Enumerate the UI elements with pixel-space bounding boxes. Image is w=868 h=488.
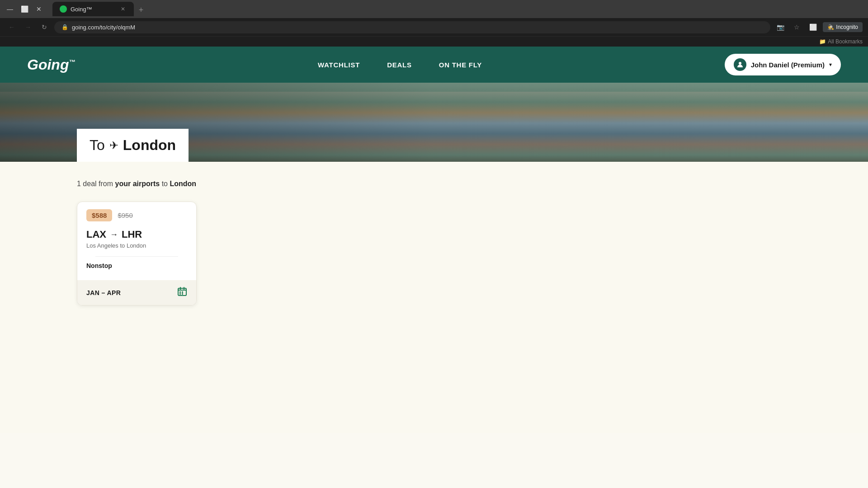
deals-nav-link[interactable]: DEALS bbox=[387, 61, 412, 69]
svg-rect-3 bbox=[182, 291, 183, 293]
new-tab-button[interactable]: + bbox=[135, 4, 147, 16]
route-subtitle: Los Angeles to London bbox=[86, 242, 187, 249]
tablet-icon[interactable]: ⬜ bbox=[807, 21, 819, 33]
bookmarks-label[interactable]: 📁 All Bookmarks bbox=[819, 38, 863, 45]
deal-card-top: $588 $950 LAX → LHR Los Angeles to Londo… bbox=[77, 202, 196, 280]
svg-point-0 bbox=[739, 62, 741, 65]
nav-links: WATCHLIST DEALS ON THE FLY bbox=[318, 61, 482, 69]
back-button[interactable]: ← bbox=[5, 21, 18, 33]
date-range-text: JAN – APR bbox=[86, 289, 121, 296]
hero-plane-icon: ✈ bbox=[109, 139, 118, 152]
price-row: $588 $950 bbox=[86, 209, 187, 221]
browser-titlebar: — ⬜ ✕ Going™ ✕ + bbox=[0, 0, 868, 18]
hero-banner: To ✈ London bbox=[0, 83, 868, 162]
incognito-badge: 🕵️ Incognito bbox=[823, 22, 863, 32]
minimize-button[interactable]: — bbox=[4, 3, 16, 15]
user-menu-button[interactable]: John Daniel (Premium) ▾ bbox=[725, 54, 841, 75]
main-content: 1 deal from your airports to London $588… bbox=[0, 162, 868, 433]
logo[interactable]: Going™ bbox=[27, 56, 75, 73]
logo-text: Going™ bbox=[27, 56, 75, 73]
user-menu-chevron-icon: ▾ bbox=[829, 61, 832, 68]
svg-rect-4 bbox=[179, 293, 181, 295]
svg-rect-5 bbox=[182, 293, 183, 295]
active-tab[interactable]: Going™ ✕ bbox=[52, 2, 134, 16]
your-airports-text: your airports bbox=[115, 180, 160, 188]
destination-text: London bbox=[170, 180, 196, 188]
nonstop-label: Nonstop bbox=[86, 262, 187, 269]
user-name: John Daniel (Premium) bbox=[751, 61, 825, 69]
tab-close-button[interactable]: ✕ bbox=[119, 5, 127, 13]
user-avatar-icon bbox=[734, 58, 746, 71]
maximize-button[interactable]: ⬜ bbox=[18, 3, 31, 15]
tab-title: Going™ bbox=[71, 6, 116, 13]
deal-price-badge: $588 bbox=[86, 209, 112, 221]
website: Going™ WATCHLIST DEALS ON THE FLY John D… bbox=[0, 47, 868, 433]
reload-button[interactable]: ↻ bbox=[38, 21, 51, 33]
omnibox-actions: 📷 ☆ ⬜ 🕵️ Incognito bbox=[774, 21, 863, 33]
route-text: LAX → LHR bbox=[86, 229, 187, 240]
bookmarks-folder-icon: 📁 bbox=[819, 38, 826, 45]
site-navigation: Going™ WATCHLIST DEALS ON THE FLY John D… bbox=[0, 47, 868, 83]
bookmarks-bar: 📁 All Bookmarks bbox=[0, 36, 868, 47]
hero-to-text: To bbox=[90, 137, 105, 154]
destination-code: LHR bbox=[122, 229, 142, 240]
svg-rect-2 bbox=[179, 291, 181, 293]
security-icon: 🔒 bbox=[61, 24, 68, 30]
close-button[interactable]: ✕ bbox=[33, 3, 45, 15]
browser-chrome: — ⬜ ✕ Going™ ✕ + ← → ↻ 🔒 going.com/to/ci… bbox=[0, 0, 868, 47]
camera-icon[interactable]: 📷 bbox=[774, 21, 787, 33]
tab-bar: Going™ ✕ + bbox=[49, 2, 151, 16]
url-text: going.com/to/city/olqmM bbox=[72, 24, 763, 31]
incognito-label: Incognito bbox=[836, 24, 858, 30]
watchlist-nav-link[interactable]: WATCHLIST bbox=[318, 61, 360, 69]
tab-favicon bbox=[60, 5, 67, 13]
route-arrow-icon: → bbox=[110, 230, 118, 239]
hero-city-name: London bbox=[123, 137, 176, 154]
star-icon[interactable]: ☆ bbox=[790, 21, 803, 33]
hero-destination-title: To ✈ London bbox=[77, 129, 189, 162]
omnibox-bar: ← → ↻ 🔒 going.com/to/city/olqmM 📷 ☆ ⬜ 🕵️… bbox=[0, 18, 868, 36]
address-bar[interactable]: 🔒 going.com/to/city/olqmM bbox=[54, 21, 770, 33]
forward-button[interactable]: → bbox=[22, 21, 34, 33]
incognito-icon: 🕵️ bbox=[827, 24, 834, 30]
calendar-icon bbox=[177, 286, 187, 299]
deal-card[interactable]: $588 $950 LAX → LHR Los Angeles to Londo… bbox=[77, 202, 197, 305]
window-controls: — ⬜ ✕ bbox=[4, 3, 45, 15]
deal-card-bottom: JAN – APR bbox=[77, 280, 196, 305]
original-price: $950 bbox=[118, 211, 132, 219]
on-the-fly-nav-link[interactable]: ON THE FLY bbox=[439, 61, 482, 69]
bookmarks-text: All Bookmarks bbox=[828, 38, 863, 45]
origin-code: LAX bbox=[86, 229, 106, 240]
deals-summary: 1 deal from your airports to London bbox=[77, 180, 791, 188]
